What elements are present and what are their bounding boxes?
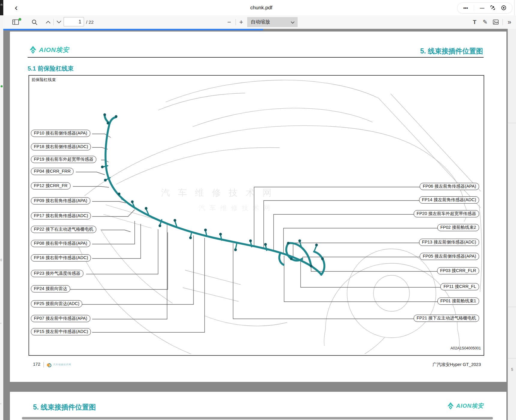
- diagram-caption: 前保险杠线束: [32, 77, 56, 83]
- connector-label: FP12 接CRR_FR: [31, 182, 70, 189]
- status-dot-green: [1, 85, 3, 87]
- sidebar-toggle-button[interactable]: [10, 15, 21, 29]
- divider: [53, 19, 54, 25]
- connector-label: FP22 接下右主动进气格栅电机: [31, 226, 96, 233]
- aion-logo: AION埃安: [447, 402, 484, 410]
- connector-label: FP15 接左前中传感器(ADC): [31, 328, 91, 335]
- section-title: 5.1 前保险杠线束: [28, 65, 74, 73]
- find-previous-button[interactable]: [44, 15, 52, 29]
- zoom-out-button[interactable]: −: [225, 15, 233, 29]
- aion-logo: AION埃安: [29, 46, 69, 54]
- pdf-page-1: AION埃安 5. 线束接插件位置图 5.1 前保险杠线束 前保险杠线束 A02…: [10, 32, 506, 382]
- aion-logo-icon: [447, 402, 454, 410]
- zoom-mode-value: 自动缩放: [251, 19, 270, 25]
- connector-label: FP01 接前舱线束1: [437, 298, 479, 305]
- minimize-icon[interactable]: —: [480, 6, 484, 10]
- strip-fragment-text: ‹: [0, 402, 1, 405]
- connector-label: FP13 接左前侧传感器(ADC): [419, 239, 479, 246]
- header-rule: [22, 417, 493, 419]
- aion-logo-icon: [29, 46, 37, 54]
- pdf-page-2: 5. 线束接插件位置图 AION埃安: [10, 392, 506, 420]
- connector-label: FP25 接前向雷达(ADC): [31, 300, 82, 307]
- header-rule: [28, 57, 484, 58]
- chapter-title: 5. 线束接插件位置图: [420, 47, 483, 56]
- document-title: chunk.pdf: [3, 0, 516, 15]
- connector-label: FP20 接左前车外超宽带传感器: [414, 210, 479, 217]
- divider: [508, 358, 516, 358]
- search-icon[interactable]: [30, 15, 39, 29]
- more-icon[interactable]: •••: [463, 6, 468, 10]
- connector-label: FP02 接前舱线束2: [437, 224, 479, 231]
- page-footer: 172 汽车维修技术网 广汽埃安Hyper GT_2023: [10, 362, 506, 369]
- divider: [236, 19, 236, 25]
- strip-fragment-text: n: [1, 3, 2, 6]
- annotate-pencil-icon[interactable]: ✎: [481, 15, 489, 29]
- divider: [44, 362, 44, 367]
- loading-progress-bar: [3, 29, 263, 30]
- strip-fragment-text: ‹: [0, 322, 1, 325]
- text-tool-button[interactable]: T: [471, 15, 478, 29]
- connector-label: FP09 接右前角传感器(APA): [31, 197, 90, 204]
- site-mark-text: 汽车维修技术网: [53, 363, 71, 366]
- watermark-text-2: 汽车维修技术网: [199, 204, 274, 212]
- diagram-code: A02A1S04005001: [451, 346, 481, 350]
- connector-label: FP08 接右前中传感器(APA): [31, 240, 90, 247]
- site-logo-icon: [46, 362, 52, 368]
- vehicle-model-label: 广汽埃安Hyper GT_2023: [433, 362, 481, 367]
- connector-label: FP05 接左前侧传感器(APA): [420, 253, 479, 260]
- aion-logo-text: AION埃安: [39, 46, 69, 54]
- restore-window-icon[interactable]: [490, 5, 495, 11]
- leader-lines: [68, 134, 441, 332]
- connector-label: FP04 接CRR_FRR: [31, 168, 74, 175]
- connector-label: FP11 接CRR_FL: [440, 283, 479, 290]
- window-controls: ••• —: [457, 2, 512, 14]
- page-count-label: / 22: [86, 15, 94, 29]
- connector-label: FP10 接右前侧传感器(APA): [31, 130, 90, 137]
- image-tool-icon[interactable]: [492, 15, 500, 29]
- chapter-title: 5. 线束接插件位置图: [33, 403, 96, 412]
- right-panel-strip: 5: [508, 29, 516, 420]
- connector-label: FP06 接左前角传感器(APA): [420, 183, 479, 190]
- divider: [502, 19, 503, 25]
- connector-label: FP17 接右前角传感器(ADC): [31, 212, 91, 219]
- connector-label: FP18 接右前侧传感器(ADC): [31, 143, 91, 150]
- connector-label: FP21 接下左主动进气格栅电机: [414, 315, 479, 322]
- focus-circle-icon[interactable]: [501, 5, 506, 11]
- aion-logo-text: AION埃安: [456, 402, 484, 410]
- divider: [474, 5, 474, 11]
- find-next-button[interactable]: [55, 15, 63, 29]
- background-app-strip-top: n: [0, 0, 3, 15]
- divider: [508, 123, 516, 123]
- divider: [508, 307, 516, 307]
- strip-fragment-text: 0: [0, 258, 2, 262]
- pdf-toolbar: / 22 − + 自动缩放 T ✎ »: [3, 15, 516, 29]
- notification-dot: [19, 18, 21, 21]
- connector-label: FP07 接左前中传感器(APA): [31, 315, 90, 322]
- watermark-text: 汽 车 维 修 技 术 网: [161, 188, 274, 198]
- connector-label: FP14 接左前角传感器(ADC): [419, 196, 479, 204]
- zoom-in-button[interactable]: +: [237, 15, 245, 29]
- page-number-input[interactable]: [64, 17, 84, 26]
- title-bar: ‹ chunk.pdf ••• —: [3, 0, 516, 15]
- connector-label: FP16 接右前中传感器(ADC): [31, 254, 91, 261]
- connector-label: FP23 接外气温度传感器: [31, 270, 83, 277]
- chevron-down-icon: [291, 20, 295, 25]
- zoom-mode-select[interactable]: 自动缩放: [247, 17, 298, 27]
- thumbnail-page-number: 5: [508, 367, 516, 372]
- connector-label: FP24 接前向雷达: [31, 285, 70, 292]
- more-tools-button[interactable]: »: [506, 15, 513, 29]
- connector-label: FP19 接右前车外超宽带传感器: [31, 156, 96, 163]
- connector-label: FP03 接CRR_FLR: [437, 267, 479, 274]
- page-number: 172: [33, 362, 40, 367]
